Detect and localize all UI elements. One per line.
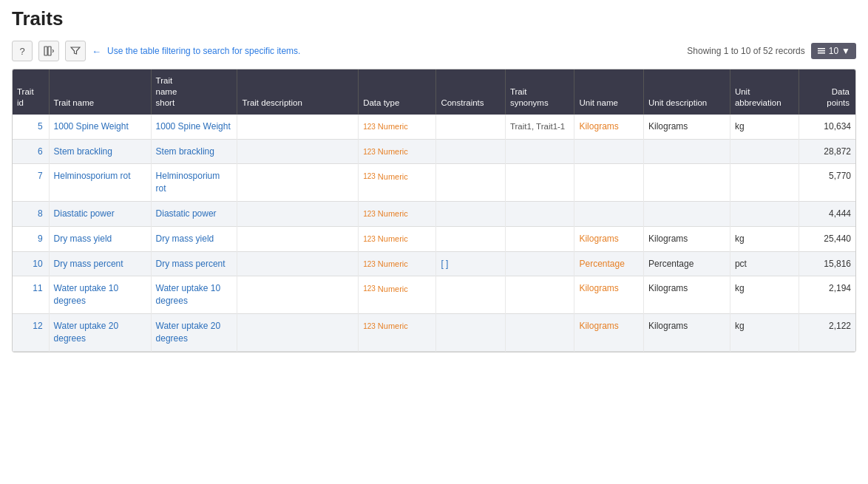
data-type-label: Numeric [378, 208, 408, 219]
help-button[interactable]: ? [12, 41, 33, 61]
unit-name-value: Kilograms [579, 283, 618, 293]
columns-button[interactable] [38, 41, 59, 61]
cell-trait-name[interactable]: Water uptake 10 degrees [49, 276, 151, 314]
unit-name-value: Kilograms [579, 234, 618, 244]
cell-synonyms [505, 139, 574, 164]
synonyms-value: Trait1, Trait1-1 [510, 122, 565, 131]
svg-rect-0 [44, 47, 47, 55]
cell-trait-description [237, 115, 359, 139]
cell-trait-name[interactable]: Water uptake 20 degrees [49, 313, 151, 351]
cell-synonyms [505, 313, 574, 351]
data-type-label: Numeric [378, 146, 408, 157]
cell-unit-name: Kilograms [574, 276, 644, 314]
table-row: 11Water uptake 10 degreesWater uptake 10… [13, 276, 855, 314]
page-size-button[interactable]: 10 ▼ [811, 43, 856, 59]
cell-data-points: 2,194 [799, 276, 855, 314]
numeric-badge: 123 Numeric [363, 321, 408, 332]
cell-trait-name-short[interactable]: Water uptake 10 degrees [151, 276, 237, 314]
filter-button[interactable] [65, 41, 86, 61]
cell-trait-description [237, 226, 359, 251]
data-type-label: Numeric [378, 259, 408, 270]
col-header-unit-description[interactable]: Unit description [643, 69, 730, 115]
cell-trait-name-short[interactable]: 1000 Spine Weight [151, 115, 237, 139]
cell-data-points: 5,770 [799, 164, 855, 202]
cell-trait-id: 9 [13, 226, 49, 251]
cell-trait-name-short[interactable]: Diastatic power [151, 202, 237, 227]
cell-unit-description: Kilograms [643, 226, 730, 251]
cell-trait-id: 8 [13, 202, 49, 227]
numeric-icon: 123 [363, 147, 376, 157]
cell-unit-abbreviation: kg [730, 276, 799, 314]
cell-trait-name[interactable]: Diastatic power [49, 202, 151, 227]
cell-unit-abbreviation [730, 202, 799, 227]
cell-unit-description [643, 139, 730, 164]
cell-trait-name-short[interactable]: Helminosporium rot [151, 164, 237, 202]
table-header-row: Traitid Trait name Traitnameshort Trait … [13, 69, 855, 115]
table-row: 9Dry mass yieldDry mass yield123 Numeric… [13, 226, 855, 251]
cell-trait-name[interactable]: 1000 Spine Weight [49, 115, 151, 139]
cell-trait-name-short[interactable]: Water uptake 20 degrees [151, 313, 237, 351]
cell-data-type: 123 Numeric [359, 115, 436, 139]
cell-unit-name [574, 202, 644, 227]
table-row: 7Helminosporium rotHelminosporium rot123… [13, 164, 855, 202]
cell-constraints [436, 313, 506, 351]
cell-trait-name-short[interactable]: Dry mass yield [151, 226, 237, 251]
cell-trait-name-short[interactable]: Dry mass percent [151, 251, 237, 276]
cell-data-points: 15,816 [799, 251, 855, 276]
cell-unit-abbreviation: kg [730, 313, 799, 351]
col-header-trait-description[interactable]: Trait description [237, 69, 359, 115]
data-type-label: Numeric [378, 121, 408, 132]
svg-rect-1 [48, 47, 51, 55]
cell-unit-description [643, 164, 730, 202]
cell-constraints [436, 226, 506, 251]
cell-unit-name: Kilograms [574, 115, 644, 139]
cell-unit-name: Kilograms [574, 226, 644, 251]
cell-trait-description [237, 139, 359, 164]
cell-synonyms: Trait1, Trait1-1 [505, 115, 574, 139]
col-header-unit-name[interactable]: Unit name [574, 69, 644, 115]
cell-trait-name[interactable]: Dry mass percent [49, 251, 151, 276]
traits-table-container: Traitid Trait name Traitnameshort Trait … [12, 69, 856, 352]
page-size-label: 10 [829, 46, 838, 56]
svg-rect-3 [818, 50, 825, 52]
numeric-icon: 123 [363, 259, 376, 270]
cell-unit-abbreviation [730, 139, 799, 164]
data-type-label: Numeric [378, 284, 408, 295]
hint-arrow: ← [92, 46, 101, 57]
col-header-synonyms[interactable]: Traitsynonyms [505, 69, 574, 115]
col-header-data-type[interactable]: Data type [359, 69, 436, 115]
col-header-trait-name-short[interactable]: Traitnameshort [151, 69, 237, 115]
cell-unit-description [643, 202, 730, 227]
cell-data-points: 25,440 [799, 226, 855, 251]
cell-data-type: 123 Numeric [359, 164, 436, 202]
cell-synonyms [505, 251, 574, 276]
cell-unit-name: Kilograms [574, 313, 644, 351]
cell-constraints [436, 115, 506, 139]
numeric-icon: 123 [363, 321, 376, 332]
cell-data-type: 123 Numeric [359, 202, 436, 227]
col-header-data-points[interactable]: Datapoints [799, 69, 855, 115]
cell-data-type: 123 Numeric [359, 276, 436, 314]
col-header-trait-name[interactable]: Trait name [49, 69, 151, 115]
records-info: Showing 1 to 10 of 52 records [687, 46, 804, 56]
toolbar-left: ? ← Use the table filtering to search fo… [12, 41, 300, 61]
cell-data-points: 4,444 [799, 202, 855, 227]
cell-trait-name-short[interactable]: Stem brackling [151, 139, 237, 164]
col-header-trait-id[interactable]: Traitid [13, 69, 49, 115]
table-row: 6Stem bracklingStem brackling123 Numeric… [13, 139, 855, 164]
numeric-icon: 123 [363, 209, 376, 219]
col-header-unit-abbreviation[interactable]: Unitabbreviation [730, 69, 799, 115]
cell-trait-id: 7 [13, 164, 49, 202]
cell-unit-name [574, 139, 644, 164]
svg-rect-4 [818, 52, 825, 54]
cell-trait-name[interactable]: Helminosporium rot [49, 164, 151, 202]
numeric-icon: 123 [363, 284, 376, 294]
cell-trait-name[interactable]: Stem brackling [49, 139, 151, 164]
cell-trait-id: 10 [13, 251, 49, 276]
cell-trait-description [237, 202, 359, 227]
cell-trait-description [237, 276, 359, 314]
cell-trait-name[interactable]: Dry mass yield [49, 226, 151, 251]
col-header-constraints[interactable]: Constraints [436, 69, 506, 115]
cell-constraints [436, 164, 506, 202]
cell-synonyms [505, 202, 574, 227]
